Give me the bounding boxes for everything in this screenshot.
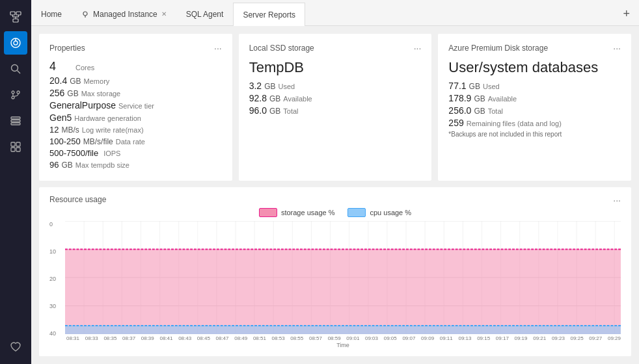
content-area: Properties ··· 4 Cores 20.4 GB Memory 25… — [31, 26, 639, 364]
prop-data-rate: 100-250 MB/s/file Data rate — [49, 136, 222, 146]
svg-point-9 — [14, 41, 18, 45]
tab-add-button[interactable]: + — [614, 2, 639, 25]
tab-server-reports[interactable]: Server Reports — [233, 3, 305, 26]
git-icon[interactable] — [4, 83, 27, 107]
svg-rect-22 — [16, 148, 20, 151]
azure-disk-card-header: Azure Premium Disk storage ··· — [448, 43, 621, 53]
prop-memory: 20.4 GB Memory — [49, 75, 222, 86]
local-ssd-card: Local SSD storage ··· TempDB 3.2 GB Used… — [239, 34, 432, 181]
resource-usage-header: Resource usage ··· — [49, 195, 621, 205]
prop-azure-remaining: 259 Remaining files (data and log) — [448, 118, 621, 128]
prop-azure-total: 256.0 GB Total — [448, 105, 621, 116]
svg-point-23 — [83, 12, 87, 16]
local-ssd-title: TempDB — [249, 60, 422, 75]
activity-icon[interactable] — [4, 31, 27, 55]
sidebar — [0, 0, 31, 364]
prop-tempdb-used: 3.2 GB Used — [249, 81, 422, 91]
properties-more-button[interactable]: ··· — [214, 43, 222, 53]
legend-storage-box — [259, 208, 277, 217]
prop-tempdb-total: 96.0 GB Total — [249, 105, 422, 116]
azure-disk-title: User/system databases — [448, 60, 621, 75]
connections-icon[interactable] — [4, 5, 27, 29]
tab-sql-agent[interactable]: SQL Agent — [176, 2, 234, 25]
prop-iops: 500-7500/file IOPS — [49, 148, 222, 158]
tab-managed-instance[interactable]: Managed Instance ✕ — [72, 2, 176, 25]
prop-max-storage: 256 GB Max storage — [49, 88, 222, 98]
svg-rect-19 — [11, 142, 15, 146]
chart-svg — [65, 221, 621, 334]
cpu-area — [65, 326, 621, 334]
svg-rect-17 — [11, 120, 20, 122]
tab-home[interactable]: Home — [31, 2, 72, 25]
svg-rect-0 — [10, 12, 15, 15]
svg-rect-2 — [13, 19, 18, 22]
grid-icon[interactable] — [4, 135, 27, 159]
properties-card-header: Properties ··· — [49, 43, 222, 53]
chart-inner: 08:31 08:33 08:35 08:37 08:39 08:41 08:4… — [65, 221, 621, 348]
x-axis-label: Time — [65, 342, 621, 348]
properties-card: Properties ··· 4 Cores 20.4 GB Memory 25… — [39, 34, 232, 181]
svg-point-14 — [12, 96, 14, 99]
prop-azure-available: 178.9 GB Available — [448, 93, 621, 103]
chart-area — [65, 221, 621, 334]
svg-rect-18 — [11, 123, 20, 125]
prop-tempdb-available: 92.8 GB Available — [249, 93, 422, 103]
database-icon[interactable] — [4, 109, 27, 133]
svg-rect-16 — [11, 117, 20, 119]
resource-usage-card: Resource usage ··· storage usage % cpu u… — [39, 187, 631, 356]
svg-rect-20 — [16, 142, 20, 146]
cards-row: Properties ··· 4 Cores 20.4 GB Memory 25… — [39, 34, 631, 181]
main-area: Home Managed Instance ✕ SQL Agent Server… — [31, 0, 639, 364]
azure-disk-card: Azure Premium Disk storage ··· User/syst… — [438, 34, 631, 181]
svg-point-13 — [12, 91, 14, 94]
prop-service-tier: GeneralPurpose Service tier — [49, 100, 222, 110]
svg-rect-1 — [16, 12, 21, 15]
pin-icon — [81, 10, 89, 18]
y-axis: 40 30 20 10 0 — [49, 221, 65, 348]
tab-close-managed[interactable]: ✕ — [161, 10, 167, 18]
svg-point-11 — [12, 65, 18, 72]
svg-point-15 — [17, 91, 20, 94]
legend-storage: storage usage % — [259, 208, 335, 217]
svg-rect-21 — [11, 148, 15, 151]
prop-cores: 4 Cores — [49, 60, 222, 73]
chart-wrap: 40 30 20 10 0 — [49, 221, 621, 348]
prop-hardware-gen: Gen5 Hardware generation — [49, 112, 222, 123]
prop-max-tempdb: 96 GB Max tempdb size — [49, 160, 222, 170]
azure-disk-more-button[interactable]: ··· — [613, 43, 621, 53]
search-icon[interactable] — [4, 57, 27, 81]
storage-area — [65, 250, 621, 335]
tab-bar: Home Managed Instance ✕ SQL Agent Server… — [31, 0, 639, 26]
prop-azure-used: 77.1 GB Used — [448, 81, 621, 91]
legend-cpu-box — [347, 208, 366, 217]
local-ssd-more-button[interactable]: ··· — [414, 43, 422, 53]
legend-cpu: cpu usage % — [347, 208, 411, 217]
local-ssd-card-header: Local SSD storage ··· — [249, 43, 422, 53]
azure-note: *Backups are not included in this report — [448, 131, 621, 138]
resource-more-button[interactable]: ··· — [613, 195, 621, 205]
svg-line-12 — [18, 71, 21, 74]
heart-icon[interactable] — [4, 335, 27, 359]
x-axis: 08:31 08:33 08:35 08:37 08:39 08:41 08:4… — [65, 334, 621, 341]
chart-legend: storage usage % cpu usage % — [49, 208, 621, 217]
prop-log-write: 12 MB/s Log write rate(max) — [49, 125, 222, 135]
